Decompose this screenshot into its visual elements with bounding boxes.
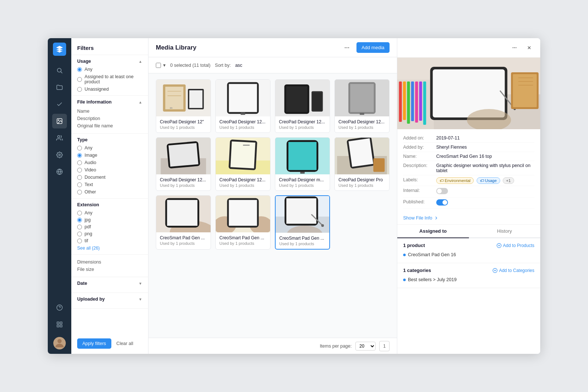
svg-point-5 (59, 154, 61, 156)
type-option-document[interactable]: Document (77, 175, 142, 180)
type-option-any[interactable]: Any (77, 145, 142, 150)
more-options-button[interactable] (341, 42, 353, 54)
filter-section-dimensions: Dimensions File size (71, 255, 148, 277)
nav-item-grid[interactable] (52, 317, 67, 332)
nav-item-help[interactable] (52, 300, 67, 315)
media-card[interactable]: CreoSmart Pad Gen ... Used by 1 products (156, 195, 211, 250)
detail-more-button[interactable] (509, 42, 520, 54)
media-card[interactable]: CreoPad Designer 12... Used by 1 product… (334, 79, 390, 133)
usage-option-assigned[interactable]: Assigned to at least one product (77, 74, 142, 84)
app-logo[interactable] (53, 43, 66, 56)
internal-toggle-switch[interactable] (436, 188, 448, 194)
product-name: CreoSmart Pad Gen 16 (408, 252, 456, 257)
sort-value[interactable]: asc (235, 63, 242, 68)
add-media-button[interactable]: Add media (356, 42, 390, 53)
detail-thumb-image (397, 58, 540, 129)
user-avatar[interactable] (53, 337, 66, 349)
media-card[interactable]: CreoPad Designer 12... Used by 1 product… (215, 137, 270, 191)
see-all-extensions[interactable]: See all (26) (77, 246, 100, 251)
uploaded-by-label: Uploaded by (77, 297, 105, 302)
filter-section-file-info-header[interactable]: File information ▲ (77, 99, 142, 105)
usage-option-unassigned[interactable]: Unassigned (77, 87, 142, 92)
nav-item-settings[interactable] (52, 148, 67, 162)
apply-filters-button[interactable]: Apply filters (77, 338, 111, 349)
type-option-audio[interactable]: Audio (77, 160, 142, 165)
gear-icon (56, 152, 63, 158)
clear-filters-button[interactable]: Clear all (114, 338, 136, 349)
products-title: 1 product (403, 243, 425, 248)
media-card[interactable]: CreoPad Designer 12... Used by 1 product… (215, 79, 270, 133)
media-thumbnail (216, 138, 270, 174)
nav-item-tasks[interactable] (52, 97, 67, 112)
nav-item-search[interactable] (52, 63, 67, 78)
name-value: CreoSmart Pad Gen 16 top (436, 154, 534, 159)
dimensions-label[interactable]: Dimensions (77, 258, 142, 266)
media-usage: Used by 1 products (279, 125, 326, 130)
meta-published: Published: (403, 197, 534, 209)
categories-title: 1 categories (403, 268, 431, 273)
per-page-select[interactable]: 20 50 100 (355, 342, 376, 351)
file-info-field-name[interactable]: Name (77, 108, 142, 115)
usage-option-any[interactable]: Any (77, 67, 142, 72)
page-number: 1 (379, 341, 390, 351)
ext-option-png[interactable]: png (77, 231, 142, 236)
media-thumbnail (156, 196, 211, 232)
filter-section-uploaded-header[interactable]: Uploaded by ▼ (77, 297, 142, 302)
name-label: Name: (403, 154, 436, 159)
nav-item-files[interactable] (52, 80, 67, 95)
svg-rect-82 (403, 81, 406, 120)
filter-section-type-header[interactable]: Type (77, 137, 142, 142)
svg-rect-60 (167, 200, 198, 226)
detail-categories-header: 1 categories Add to Categories (403, 268, 534, 273)
ext-option-jpg[interactable]: jpg (77, 217, 142, 222)
media-thumbnail (275, 80, 330, 116)
file-info-field-desc[interactable]: Description (77, 115, 142, 122)
tab-history[interactable]: History (469, 225, 541, 238)
tab-assigned-to[interactable]: Assigned to (397, 225, 469, 238)
media-card[interactable]: CreoPad Designer Pro Used by 1 products (334, 137, 390, 191)
published-toggle[interactable] (436, 199, 534, 207)
media-card[interactable]: CreoSmart Pad Gen ... Used by 1 products (275, 195, 330, 250)
dropdown-icon[interactable]: ▾ (163, 62, 166, 68)
filters-footer: Apply filters Clear all (71, 333, 148, 354)
detail-close-button[interactable] (523, 42, 535, 54)
svg-point-4 (58, 135, 60, 138)
usage-chevron: ▲ (139, 59, 142, 63)
type-option-text[interactable]: Text (77, 182, 142, 187)
ext-option-pdf[interactable]: pdf (77, 224, 142, 229)
media-card[interactable]: ✏ CreoPad Designer 12" Used by 1 product… (156, 79, 211, 133)
media-usage: Used by 1 products (160, 241, 207, 246)
nav-item-users[interactable] (52, 131, 67, 145)
published-toggle-switch[interactable] (436, 199, 448, 206)
media-card[interactable]: CreoPad Designer m... Used by 1 products (275, 137, 330, 191)
media-info: CreoSmart Pad Gen ... Used by 1 products (216, 232, 270, 248)
label-environmental[interactable]: 🏷 Environmental (436, 177, 474, 184)
media-card[interactable]: CreoSmart Pad Gen ... Used by 1 products (215, 195, 270, 250)
add-to-products-link[interactable]: Add to Products (496, 243, 534, 248)
show-file-info-link[interactable]: Show File Info (397, 213, 540, 225)
add-to-categories-link[interactable]: Add to Categories (492, 268, 534, 273)
file-info-label: File information (77, 99, 112, 105)
type-option-other[interactable]: Other (77, 189, 142, 195)
nav-item-globe[interactable] (52, 164, 67, 179)
file-size-label[interactable]: File size (77, 266, 142, 273)
category-item: Best sellers > July 2019 (403, 276, 534, 283)
label-usage[interactable]: 🏷 Usage (477, 177, 500, 184)
ext-option-any[interactable]: Any (77, 210, 142, 215)
internal-toggle[interactable] (436, 188, 534, 195)
media-card[interactable]: CreoPad Designer 12... Used by 1 product… (275, 79, 330, 133)
filter-section-uploaded-by: Uploaded by ▼ (71, 293, 148, 309)
filter-section-extension-header[interactable]: Extension (77, 202, 142, 207)
filter-section-usage-header[interactable]: Usage ▲ (77, 59, 142, 64)
file-info-field-original[interactable]: Original file name (77, 122, 142, 130)
svg-point-17 (348, 47, 349, 48)
filter-section-date-header[interactable]: Date ▼ (77, 281, 142, 286)
media-card[interactable]: CreoPad Designer 12... Used by 1 product… (156, 137, 211, 191)
ext-option-tif[interactable]: tif (77, 238, 142, 243)
type-option-image[interactable]: Image (77, 153, 142, 158)
nav-item-media[interactable] (52, 114, 67, 128)
toolbar: ▾ 0 selected (11 total) Sort by: asc (148, 57, 397, 73)
select-all-checkbox[interactable]: ▾ (156, 62, 166, 68)
type-option-video[interactable]: Video (77, 167, 142, 173)
label-count[interactable]: +1 (503, 177, 514, 184)
